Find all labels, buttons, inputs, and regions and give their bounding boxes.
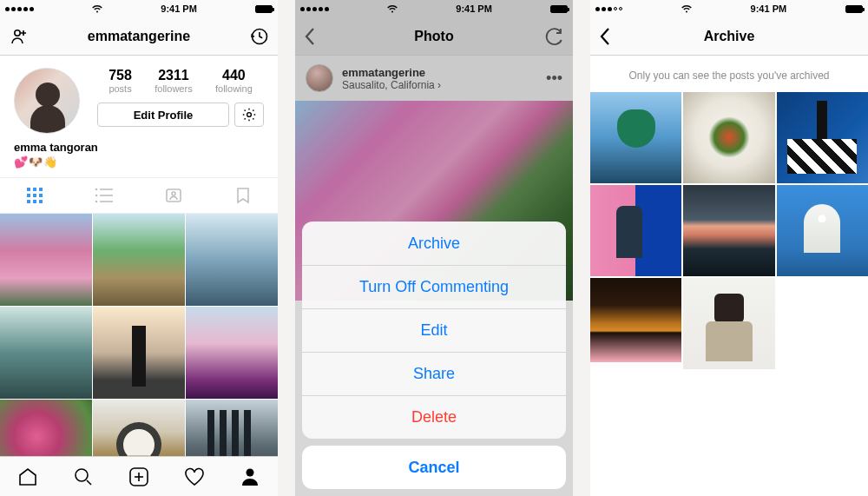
- sheet-turn-off-commenting[interactable]: Turn Off Commenting: [302, 265, 566, 308]
- home-icon[interactable]: [0, 457, 56, 496]
- bio-emoji: 💕🐶👋: [14, 155, 264, 169]
- add-person-icon[interactable]: [9, 28, 28, 45]
- status-bar: 9:41 PM: [590, 0, 868, 17]
- grid-thumb[interactable]: [0, 307, 92, 399]
- grid-thumb[interactable]: [186, 307, 278, 399]
- tab-tagged[interactable]: [139, 178, 208, 213]
- svg-rect-8: [39, 194, 43, 197]
- archive-thumb[interactable]: [683, 92, 774, 183]
- svg-point-2: [247, 113, 252, 117]
- grid-thumb[interactable]: [0, 214, 92, 306]
- svg-line-21: [87, 480, 91, 485]
- status-time: 9:41 PM: [751, 3, 787, 14]
- battery-icon: [255, 5, 273, 13]
- clock-history-icon[interactable]: [250, 27, 269, 46]
- archive-note: Only you can see the posts you've archiv…: [590, 56, 868, 92]
- svg-point-12: [95, 188, 98, 191]
- display-name: emma tangoran: [14, 141, 264, 154]
- archive-navbar: Archive: [590, 17, 868, 56]
- profile-icon[interactable]: [222, 457, 278, 496]
- signal-dots: [5, 7, 34, 11]
- navbar-title: emmatangerine: [88, 29, 190, 44]
- tabbar: [0, 456, 278, 496]
- svg-rect-4: [33, 188, 36, 191]
- screen-archive: 9:41 PM Archive Only you can see the pos…: [590, 0, 868, 496]
- sheet-archive[interactable]: Archive: [302, 222, 566, 265]
- status-time: 9:41 PM: [161, 3, 197, 14]
- search-icon[interactable]: [56, 457, 111, 496]
- battery-icon: [845, 5, 863, 13]
- archive-thumb[interactable]: [590, 92, 681, 183]
- action-sheet-overlay[interactable]: Archive Turn Off Commenting Edit Share D…: [295, 0, 573, 496]
- svg-rect-7: [33, 194, 36, 197]
- grid-thumb[interactable]: [186, 214, 278, 306]
- navbar-title: Archive: [704, 29, 755, 44]
- view-tabstrip: [0, 177, 278, 214]
- archive-thumb[interactable]: [683, 278, 774, 369]
- sheet-edit[interactable]: Edit: [302, 308, 566, 352]
- profile-grid: [0, 214, 278, 492]
- wifi-icon: [681, 5, 692, 13]
- chevron-left-icon[interactable]: [599, 27, 611, 46]
- sheet-cancel[interactable]: Cancel: [302, 446, 566, 489]
- edit-profile-button[interactable]: Edit Profile: [97, 103, 229, 127]
- svg-point-16: [95, 201, 98, 203]
- wifi-icon: [92, 5, 102, 13]
- stat-followers[interactable]: 2311 followers: [155, 68, 192, 94]
- stat-following[interactable]: 440 following: [215, 68, 253, 94]
- svg-rect-9: [27, 200, 30, 203]
- sheet-delete[interactable]: Delete: [302, 395, 566, 439]
- tab-grid[interactable]: [0, 178, 69, 213]
- signal-dots: [595, 7, 622, 11]
- action-sheet: Archive Turn Off Commenting Edit Share D…: [302, 222, 566, 489]
- avatar[interactable]: [14, 68, 80, 134]
- archive-grid: [590, 92, 868, 369]
- status-bar: 9:41 PM: [0, 0, 278, 17]
- svg-rect-11: [39, 200, 43, 203]
- profile-navbar: emmatangerine: [0, 17, 278, 56]
- svg-point-14: [95, 195, 98, 197]
- activity-icon[interactable]: [167, 457, 222, 496]
- svg-point-25: [247, 468, 254, 476]
- svg-rect-3: [27, 188, 30, 191]
- grid-thumb[interactable]: [93, 307, 185, 399]
- archive-thumb[interactable]: [777, 185, 868, 276]
- archive-thumb[interactable]: [590, 185, 681, 276]
- bio: emma tangoran 💕🐶👋: [0, 141, 278, 177]
- gear-icon[interactable]: [234, 103, 264, 127]
- new-post-icon[interactable]: [111, 457, 167, 496]
- profile-header: 758 posts 2311 followers 440 following E…: [0, 56, 278, 141]
- svg-rect-5: [39, 188, 43, 191]
- screen-profile: 9:41 PM emmatangerine 758 posts: [0, 0, 278, 496]
- svg-point-20: [76, 469, 88, 481]
- svg-rect-10: [33, 200, 36, 203]
- sheet-share[interactable]: Share: [302, 352, 566, 395]
- archive-thumb[interactable]: [683, 185, 774, 276]
- svg-point-0: [15, 30, 20, 35]
- grid-thumb[interactable]: [93, 214, 185, 306]
- archive-thumb[interactable]: [590, 278, 681, 369]
- screen-photo-actions: 9:41 PM Photo emmatangerine Sausalito, C…: [295, 0, 573, 496]
- stat-posts[interactable]: 758 posts: [108, 68, 132, 94]
- tab-list[interactable]: [69, 178, 139, 213]
- svg-rect-6: [27, 194, 30, 197]
- tab-bookmark[interactable]: [208, 178, 278, 213]
- archive-thumb[interactable]: [777, 92, 868, 183]
- svg-point-19: [172, 192, 175, 195]
